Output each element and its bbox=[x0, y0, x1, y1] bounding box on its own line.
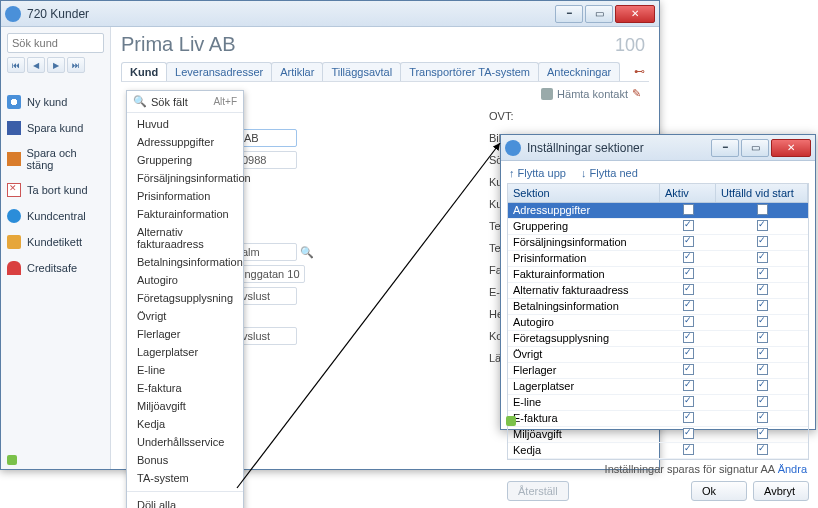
popup-item[interactable]: Alternativ fakturaadress bbox=[127, 223, 243, 253]
section-row[interactable]: Flerlager bbox=[508, 363, 808, 379]
nav-next[interactable]: ▶ bbox=[47, 57, 65, 73]
expanded-checkbox[interactable] bbox=[757, 396, 768, 407]
active-checkbox[interactable] bbox=[683, 428, 694, 439]
active-checkbox[interactable] bbox=[683, 316, 694, 327]
section-row[interactable]: Gruppering bbox=[508, 219, 808, 235]
active-checkbox[interactable] bbox=[683, 220, 694, 231]
popup-item[interactable]: Underhållsservice bbox=[127, 433, 243, 451]
popup-item[interactable]: Autogiro bbox=[127, 271, 243, 289]
expanded-checkbox[interactable] bbox=[757, 364, 768, 375]
section-row[interactable]: Miljöavgift bbox=[508, 427, 808, 443]
active-checkbox[interactable] bbox=[683, 284, 694, 295]
sidebar-item-saveclose[interactable]: Spara och stäng bbox=[7, 147, 104, 171]
dialog-close[interactable] bbox=[771, 139, 811, 157]
active-checkbox[interactable] bbox=[683, 348, 694, 359]
active-checkbox[interactable] bbox=[683, 300, 694, 311]
section-row[interactable]: Alternativ fakturaadress bbox=[508, 283, 808, 299]
popup-item[interactable]: Adressuppgifter bbox=[127, 133, 243, 151]
section-row[interactable]: Kedja bbox=[508, 443, 808, 459]
expanded-checkbox[interactable] bbox=[757, 284, 768, 295]
popup-item[interactable]: Betalningsinformation bbox=[127, 253, 243, 271]
col-sektion[interactable]: Sektion bbox=[508, 184, 660, 202]
sidebar-item-delete[interactable]: Ta bort kund bbox=[7, 183, 104, 197]
expanded-checkbox[interactable] bbox=[757, 204, 768, 215]
expanded-checkbox[interactable] bbox=[757, 236, 768, 247]
nav-first[interactable]: ⏮ bbox=[7, 57, 25, 73]
popup-item[interactable]: Försäljningsinformation bbox=[127, 169, 243, 187]
edit-icon[interactable]: ✎ bbox=[632, 87, 641, 100]
nav-last[interactable]: ⏭ bbox=[67, 57, 85, 73]
active-checkbox[interactable] bbox=[683, 444, 694, 455]
popup-item[interactable]: Prisinformation bbox=[127, 187, 243, 205]
cancel-button[interactable]: Avbryt bbox=[753, 481, 809, 501]
minimize-button[interactable] bbox=[555, 5, 583, 23]
section-row[interactable]: Betalningsinformation bbox=[508, 299, 808, 315]
expanded-checkbox[interactable] bbox=[757, 252, 768, 263]
active-checkbox[interactable] bbox=[683, 412, 694, 423]
section-row[interactable]: Adressuppgifter bbox=[508, 203, 808, 219]
section-row[interactable]: Övrigt bbox=[508, 347, 808, 363]
active-checkbox[interactable] bbox=[683, 396, 694, 407]
expanded-checkbox[interactable] bbox=[757, 300, 768, 311]
hamta-kontakt-link[interactable]: Hämta kontakt ✎ bbox=[541, 87, 641, 100]
section-row[interactable]: Försäljningsinformation bbox=[508, 235, 808, 251]
popup-item[interactable]: Kedja bbox=[127, 415, 243, 433]
active-checkbox[interactable] bbox=[683, 252, 694, 263]
andra-link[interactable]: Ändra bbox=[778, 463, 807, 475]
tab-artiklar[interactable]: Artiklar bbox=[271, 62, 323, 81]
popup-item[interactable]: E-faktura bbox=[127, 379, 243, 397]
tab-transportorer[interactable]: Transportörer TA-system bbox=[400, 62, 539, 81]
section-row[interactable]: Autogiro bbox=[508, 315, 808, 331]
expanded-checkbox[interactable] bbox=[757, 268, 768, 279]
popup-item[interactable]: Fakturainformation bbox=[127, 205, 243, 223]
expanded-checkbox[interactable] bbox=[757, 332, 768, 343]
popup-item[interactable]: Företagsupplysning bbox=[127, 289, 243, 307]
expanded-checkbox[interactable] bbox=[757, 316, 768, 327]
active-checkbox[interactable] bbox=[683, 364, 694, 375]
tab-leverans[interactable]: Leveransadresser bbox=[166, 62, 272, 81]
expanded-checkbox[interactable] bbox=[757, 220, 768, 231]
move-up-link[interactable]: ↑ Flytta upp bbox=[509, 167, 566, 179]
sidebar-item-label[interactable]: Kundetikett bbox=[7, 235, 104, 249]
pin-icon[interactable]: ⊷ bbox=[630, 62, 649, 81]
section-row[interactable]: Företagsupplysning bbox=[508, 331, 808, 347]
sidebar-item-new[interactable]: Ny kund bbox=[7, 95, 104, 109]
dialog-max[interactable] bbox=[741, 139, 769, 157]
active-checkbox[interactable] bbox=[683, 204, 694, 215]
search-input[interactable] bbox=[7, 33, 104, 53]
section-row[interactable]: E-line bbox=[508, 395, 808, 411]
move-down-link[interactable]: ↓ Flytta ned bbox=[581, 167, 638, 179]
section-row[interactable]: E-faktura bbox=[508, 411, 808, 427]
section-row[interactable]: Prisinformation bbox=[508, 251, 808, 267]
tab-kund[interactable]: Kund bbox=[121, 62, 167, 81]
popup-item[interactable]: Lagerplatser bbox=[127, 343, 243, 361]
active-checkbox[interactable] bbox=[683, 332, 694, 343]
sidebar-item-credit[interactable]: Creditsafe bbox=[7, 261, 104, 275]
expanded-checkbox[interactable] bbox=[757, 412, 768, 423]
tab-anteckningar[interactable]: Anteckningar bbox=[538, 62, 620, 81]
expanded-checkbox[interactable] bbox=[757, 428, 768, 439]
ok-button[interactable]: Ok bbox=[691, 481, 747, 501]
tab-tillaggsavtal[interactable]: Tilläggsavtal bbox=[322, 62, 401, 81]
active-checkbox[interactable] bbox=[683, 268, 694, 279]
col-aktiv[interactable]: Aktiv bbox=[660, 184, 716, 202]
section-row[interactable]: Lagerplatser bbox=[508, 379, 808, 395]
popup-item[interactable]: Gruppering bbox=[127, 151, 243, 169]
close-button[interactable] bbox=[615, 5, 655, 23]
expanded-checkbox[interactable] bbox=[757, 380, 768, 391]
sidebar-item-central[interactable]: Kundcentral bbox=[7, 209, 104, 223]
expanded-checkbox[interactable] bbox=[757, 348, 768, 359]
active-checkbox[interactable] bbox=[683, 380, 694, 391]
reset-button[interactable]: Återställ bbox=[507, 481, 569, 501]
sidebar-item-save[interactable]: Spara kund bbox=[7, 121, 104, 135]
section-row[interactable]: Fakturainformation bbox=[508, 267, 808, 283]
dialog-min[interactable] bbox=[711, 139, 739, 157]
popup-search[interactable]: 🔍 Sök fält Alt+F bbox=[127, 91, 243, 113]
popup-item[interactable]: TA-system bbox=[127, 469, 243, 487]
maximize-button[interactable] bbox=[585, 5, 613, 23]
popup-item[interactable]: Huvud bbox=[127, 115, 243, 133]
active-checkbox[interactable] bbox=[683, 236, 694, 247]
popup-item[interactable]: Bonus bbox=[127, 451, 243, 469]
expanded-checkbox[interactable] bbox=[757, 444, 768, 455]
col-utfalld[interactable]: Utfälld vid start bbox=[716, 184, 808, 202]
